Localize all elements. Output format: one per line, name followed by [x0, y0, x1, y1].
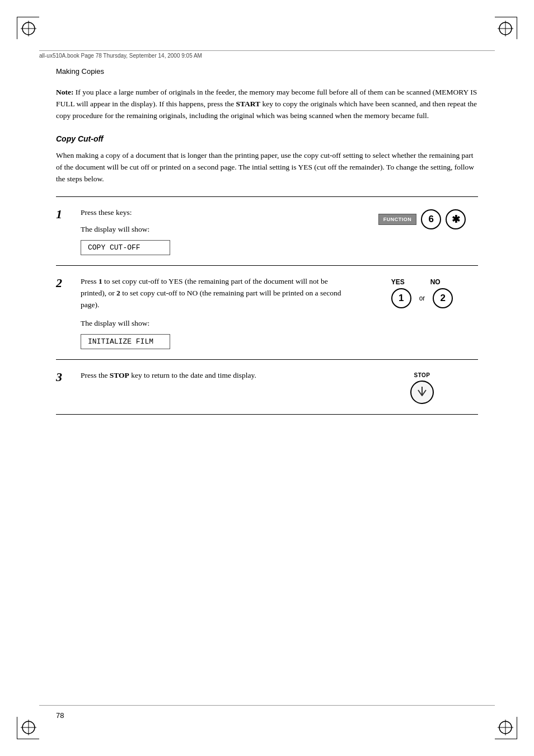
- step-2-key-ref-2: 2: [116, 289, 120, 297]
- step-1-right: FUNCTION 6 ✱: [366, 207, 478, 256]
- step-3: 3 Press the STOP key to return to the da…: [56, 360, 478, 415]
- header-line: all-ux510A.book Page 78 Thursday, Septem…: [39, 50, 495, 59]
- reg-mark-tl: [21, 21, 36, 36]
- key-2: 2: [433, 288, 453, 308]
- yes-label: YES: [391, 278, 405, 286]
- or-label: or: [419, 294, 425, 302]
- step-3-instruction: Press the STOP key to return to the date…: [81, 370, 355, 382]
- function-key: FUNCTION: [378, 214, 417, 225]
- step-2-number: 2: [56, 276, 73, 349]
- step-2-left: Press 1 to set copy cut-off to YES (the …: [81, 276, 366, 349]
- step-3-right: STOP: [366, 370, 478, 404]
- bottom-line: [39, 705, 495, 706]
- step-1: 1 Press these keys: The display will sho…: [56, 197, 478, 266]
- step-3-left: Press the STOP key to return to the date…: [81, 370, 366, 404]
- page: all-ux510A.book Page 78 Thursday, Septem…: [0, 0, 534, 756]
- key-1: 1: [391, 288, 411, 308]
- key-6: 6: [421, 209, 441, 229]
- step-1-number: 1: [56, 207, 73, 256]
- step-2-key-ref-1: 1: [99, 277, 102, 285]
- file-info: all-ux510A.book Page 78 Thursday, Septem…: [39, 53, 202, 59]
- step-2-keys: YES NO 1 or 2: [391, 278, 453, 308]
- stop-key-container: STOP: [410, 372, 434, 404]
- stop-key-label: STOP: [414, 372, 430, 378]
- step-2-right: YES NO 1 or 2: [366, 276, 478, 349]
- step-3-number: 3: [56, 370, 73, 404]
- step-1-key-row: FUNCTION 6 ✱: [378, 209, 466, 229]
- note-label: Note:: [56, 88, 73, 96]
- section-label: Making Copies: [56, 67, 104, 76]
- no-label: NO: [430, 278, 441, 286]
- reg-mark-tr: [498, 21, 513, 36]
- copy-cutoff-description: When making a copy of a document that is…: [56, 150, 478, 185]
- yes-no-labels: YES NO: [391, 278, 444, 286]
- main-content: Note: If you place a large number of ori…: [56, 87, 478, 415]
- step-2-display-label: The display will show:: [81, 318, 355, 330]
- step-1-instruction: Press these keys:: [81, 207, 355, 219]
- steps-container: 1 Press these keys: The display will sho…: [56, 196, 478, 415]
- page-number: 78: [56, 711, 64, 720]
- step-2-instruction: Press 1 to set copy cut-off to YES (the …: [81, 276, 355, 311]
- step-1-display-label: The display will show:: [81, 224, 355, 236]
- note-block: Note: If you place a large number of ori…: [56, 87, 478, 122]
- note-bold-word: START: [236, 100, 261, 108]
- step-1-display-box: COPY CUT-OFF: [81, 240, 170, 255]
- stop-icon: [414, 384, 430, 400]
- step-2: 2 Press 1 to set copy cut-off to YES (th…: [56, 266, 478, 360]
- step-3-stop-ref: STOP: [110, 371, 129, 379]
- copy-cutoff-heading: Copy Cut-off: [56, 134, 478, 143]
- reg-mark-bl: [21, 720, 36, 735]
- yes-no-keys-row: 1 or 2: [391, 288, 453, 308]
- step-2-display-box: INITIALIZE FILM: [81, 334, 170, 349]
- stop-key-circle: [410, 381, 434, 404]
- reg-mark-br: [498, 720, 513, 735]
- step-1-left: Press these keys: The display will show:…: [81, 207, 366, 256]
- key-star: ✱: [446, 209, 466, 229]
